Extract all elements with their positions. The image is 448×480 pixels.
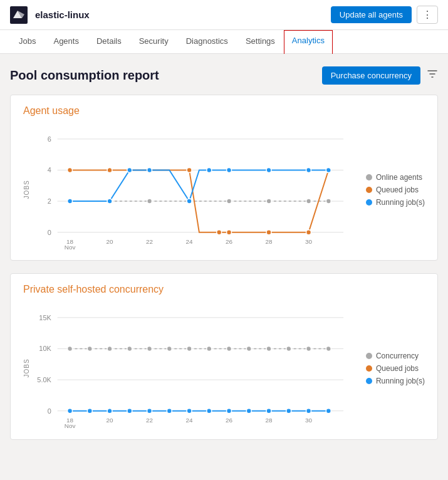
legend-label-queued-c: Queued jobs [376, 364, 419, 373]
svg-point-27 [107, 167, 112, 172]
svg-point-75 [68, 409, 73, 414]
svg-point-66 [167, 347, 172, 352]
header-actions: Update all agents ⋮ [331, 6, 438, 24]
svg-point-72 [286, 347, 291, 352]
purchase-concurrency-button[interactable]: Purchase concurrency [322, 66, 420, 85]
svg-point-26 [68, 167, 73, 172]
tab-agents[interactable]: Agents [44, 30, 87, 53]
svg-text:5.0K: 5.0K [37, 376, 51, 383]
svg-point-65 [147, 347, 152, 352]
svg-point-30 [217, 230, 222, 235]
svg-text:4: 4 [48, 166, 51, 174]
svg-text:20: 20 [107, 238, 114, 245]
svg-point-85 [266, 409, 271, 414]
app-logo [10, 6, 28, 24]
svg-point-33 [306, 230, 311, 235]
filter-icon[interactable] [427, 68, 438, 83]
svg-point-77 [107, 409, 112, 414]
svg-point-76 [87, 409, 92, 414]
tab-details[interactable]: Details [88, 30, 130, 53]
tab-security[interactable]: Security [130, 30, 177, 53]
svg-text:30: 30 [305, 238, 313, 245]
svg-text:15K: 15K [39, 314, 51, 321]
concurrency-legend: Concurrency Queued jobs Running job(s) [366, 305, 425, 431]
svg-point-42 [266, 167, 271, 172]
tab-jobs[interactable]: Jobs [10, 30, 44, 53]
legend-dot-online [366, 174, 372, 180]
legend-dot-running-c [366, 378, 372, 384]
concurrency-chart-body: 15K 10K 5.0K 0 18 Nov 20 22 24 26 28 30 [33, 305, 356, 431]
legend-online-agents: Online agents [366, 173, 425, 182]
agent-usage-legend: Online agents Queued jobs Running job(s) [366, 127, 425, 253]
svg-text:28: 28 [266, 238, 273, 245]
page-header: Pool consumption report Purchase concurr… [10, 66, 438, 85]
tab-analytics[interactable]: Analytics [284, 30, 333, 54]
svg-point-73 [306, 347, 311, 352]
agent-usage-svg: 6 4 2 0 18 Nov 20 22 24 26 28 30 [33, 127, 356, 251]
svg-point-84 [246, 409, 251, 414]
svg-text:0: 0 [48, 407, 51, 415]
svg-point-20 [147, 199, 152, 204]
app-header: elastic-linux Update all agents ⋮ [0, 0, 448, 30]
legend-queued-jobs: Queued jobs [366, 185, 425, 194]
svg-point-67 [187, 347, 192, 352]
legend-label-running: Running job(s) [376, 198, 425, 207]
legend-label-running-c: Running job(s) [376, 377, 425, 385]
agent-usage-y-label: JOBS [23, 127, 30, 253]
agent-usage-chart-area: JOBS 6 4 2 0 [23, 127, 425, 253]
svg-text:6: 6 [48, 135, 51, 143]
agent-usage-title: Agent usage [23, 105, 425, 117]
svg-point-38 [147, 167, 152, 172]
svg-point-78 [127, 409, 132, 414]
svg-point-69 [227, 347, 232, 352]
svg-point-62 [87, 347, 92, 352]
svg-point-41 [227, 167, 232, 172]
tab-diagnostics[interactable]: Diagnostics [177, 30, 237, 53]
svg-text:28: 28 [266, 417, 273, 424]
svg-point-88 [326, 409, 331, 414]
concurrency-chart-card: Private self-hosted concurrency JOBS 15K… [10, 273, 438, 439]
svg-point-29 [187, 167, 192, 172]
legend-dot-running [366, 199, 372, 206]
main-content: Pool consumption report Purchase concurr… [0, 54, 448, 465]
legend-concurrency: Concurrency [366, 352, 425, 360]
svg-point-40 [207, 167, 212, 172]
legend-running-concurrency: Running job(s) [366, 377, 425, 385]
svg-text:0: 0 [48, 229, 51, 236]
svg-point-36 [107, 199, 112, 204]
svg-point-37 [127, 167, 132, 172]
svg-point-82 [207, 409, 212, 414]
svg-point-70 [246, 347, 251, 352]
svg-point-44 [326, 167, 331, 172]
legend-dot-queued-c [366, 365, 372, 372]
header-title: elastic-linux [35, 9, 331, 20]
svg-text:10K: 10K [39, 345, 51, 353]
svg-text:30: 30 [305, 417, 313, 424]
svg-text:Nov: Nov [65, 423, 76, 430]
svg-text:2: 2 [48, 197, 51, 205]
svg-point-22 [227, 199, 232, 204]
nav-tabs: Jobs Agents Details Security Diagnostics… [0, 30, 448, 54]
svg-point-63 [107, 347, 112, 352]
svg-point-86 [286, 409, 291, 414]
legend-label-online: Online agents [376, 173, 422, 182]
svg-text:26: 26 [226, 238, 233, 245]
tab-settings[interactable]: Settings [237, 30, 284, 53]
svg-point-68 [207, 347, 212, 352]
page-header-actions: Purchase concurrency [322, 66, 438, 85]
concurrency-chart-area: JOBS 15K 10K 5.0K 0 18 Nov 20 [23, 305, 425, 431]
svg-point-71 [266, 347, 271, 352]
svg-point-31 [227, 230, 232, 235]
concurrency-svg: 15K 10K 5.0K 0 18 Nov 20 22 24 26 28 30 [33, 305, 356, 429]
svg-text:Nov: Nov [65, 244, 76, 251]
legend-queued-concurrency: Queued jobs [366, 364, 425, 373]
legend-label-concurrency: Concurrency [376, 352, 419, 360]
legend-dot-queued [366, 187, 372, 193]
svg-text:24: 24 [186, 238, 194, 245]
svg-point-83 [227, 409, 232, 414]
update-all-agents-button[interactable]: Update all agents [331, 6, 412, 23]
svg-point-81 [187, 409, 192, 414]
kebab-menu-button[interactable]: ⋮ [417, 6, 438, 24]
agent-usage-chart-body: 6 4 2 0 18 Nov 20 22 24 26 28 30 [33, 127, 356, 253]
svg-text:20: 20 [107, 417, 114, 424]
